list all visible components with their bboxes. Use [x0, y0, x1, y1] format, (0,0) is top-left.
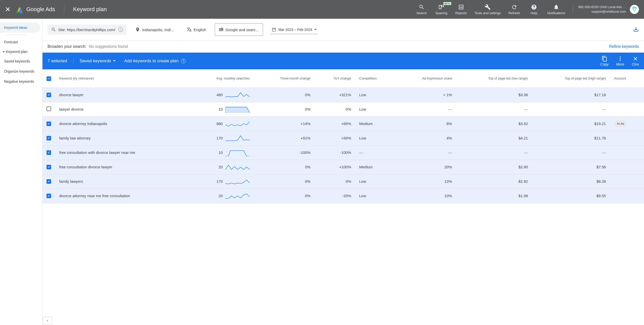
keyword-table-wrap[interactable]: Keyword (by relevance) Avg. monthly sear…	[42, 69, 644, 325]
row-checkbox[interactable]	[47, 150, 51, 155]
cell-competition: Low	[355, 174, 396, 189]
row-checkbox[interactable]	[47, 165, 51, 169]
table-row[interactable]: lawyer divorce 10 0% 0% Low — — —	[42, 102, 644, 116]
row-checkbox[interactable]	[47, 194, 51, 198]
close-icon[interactable]: ✕	[5, 6, 11, 13]
cell-keyword: lawyer divorce	[55, 102, 188, 116]
cell-competition: Low	[355, 102, 396, 116]
info-icon[interactable]: i	[118, 27, 123, 32]
col-keyword[interactable]: Keyword (by relevance)	[55, 69, 188, 88]
filter-date-range[interactable]: Mar 2023 – Feb 2024	[271, 25, 318, 34]
row-checkbox[interactable]	[47, 179, 51, 184]
cell-searches: 170	[188, 131, 254, 145]
header-right: 992-500-6293 Orbit Local Ads … support@o…	[573, 5, 639, 14]
cell-bid-low: —	[456, 102, 532, 116]
table-row[interactable]: divorce attorney near me free consultati…	[42, 189, 644, 203]
scroll-left-button[interactable]	[43, 317, 52, 324]
col-yoy[interactable]: YoY change	[314, 69, 355, 88]
header-nav: Search BETA Spacing Reports Tools and se…	[415, 4, 565, 15]
filter-networks[interactable]: Google and searc…	[215, 23, 263, 36]
nav-notifications[interactable]: Notifications	[547, 4, 565, 15]
close-selection-button[interactable]: Clos	[632, 56, 639, 66]
cell-searches: 10	[188, 102, 254, 116]
table-row[interactable]: divorce attorney indianapolis 880 +14% +…	[42, 116, 644, 131]
more-button[interactable]: More	[616, 56, 624, 66]
chevron-down-icon: ▼	[3, 50, 5, 53]
nav-search[interactable]: Search	[415, 4, 428, 15]
col-competition[interactable]: Competition	[355, 69, 396, 88]
row-checkbox[interactable]	[47, 107, 51, 111]
add-keywords-button[interactable]: Add keywords to create plan ?	[122, 58, 186, 64]
cell-impression: —	[396, 145, 456, 160]
table-row[interactable]: free consultation divorce lawyer 20 0% +…	[42, 160, 644, 174]
filter-language[interactable]: English	[183, 25, 210, 35]
nav-refresh[interactable]: Refresh	[508, 4, 521, 15]
sparkline-icon	[225, 149, 250, 156]
cell-bid-low: $3.36	[456, 88, 532, 102]
cell-competition: Medium	[355, 160, 396, 174]
cell-competition: Low	[355, 189, 396, 203]
cell-yoy: 0%	[314, 102, 355, 116]
action-label: More	[616, 62, 624, 66]
date-range-label: Mar 2023 – Feb 2024	[278, 28, 312, 32]
keyword-table: Keyword (by relevance) Avg. monthly sear…	[42, 69, 644, 203]
cell-searches: 480	[188, 88, 254, 102]
cell-impression: —	[396, 102, 456, 116]
nav-tools[interactable]: Tools and settings	[475, 4, 501, 15]
broaden-label: Broaden your search:	[48, 44, 86, 49]
copy-button[interactable]: Copy	[600, 56, 609, 66]
table-row[interactable]: family law attorney 170 +91% +50% Low 4%…	[42, 131, 644, 145]
table-row[interactable]: free consultation with divorce lawyer ne…	[42, 145, 644, 160]
col-bid-low[interactable]: Top of page bid (low range)	[456, 69, 532, 88]
sidebar-item-negative-keywords[interactable]: Negative keywords	[0, 76, 42, 87]
logo-text: Google Ads	[26, 6, 55, 13]
col-searches[interactable]: Avg. monthly searches	[188, 69, 254, 88]
sidebar-item-keyword-plan[interactable]: ▼ Keyword plan	[0, 47, 42, 56]
chevron-down-icon	[113, 60, 116, 63]
networks-icon	[219, 27, 224, 32]
nav-label: Tools and settings	[475, 11, 501, 15]
col-three-month[interactable]: Three month change	[254, 69, 315, 88]
cell-three-month: +14%	[254, 116, 315, 131]
filter-site[interactable]: Site: https://bernhardtphillips.com/ i	[48, 25, 126, 35]
table-row[interactable]: family lawyers 170 0% 0% Low 13% $2.82 $…	[42, 174, 644, 189]
select-all-checkbox[interactable]	[47, 76, 51, 81]
nav-spacing[interactable]: BETA Spacing	[435, 4, 448, 15]
saved-keywords-dropdown[interactable]: Saved keywords	[74, 58, 122, 64]
row-checkbox[interactable]	[47, 136, 51, 140]
col-bid-high[interactable]: Top of page bid (high range)	[532, 69, 610, 88]
nav-reports[interactable]: Reports	[455, 4, 467, 15]
logo-group[interactable]: Google Ads	[16, 5, 55, 13]
nav-label: Search	[416, 11, 427, 15]
cell-searches: 20	[188, 160, 254, 174]
nav-help[interactable]: Help	[528, 4, 540, 15]
filter-location[interactable]: Indianapolis, Indi…	[132, 25, 178, 35]
cell-competition: —	[355, 145, 396, 160]
cell-three-month: +91%	[254, 131, 315, 145]
help-icon[interactable]: ?	[181, 59, 186, 63]
avatar[interactable]	[630, 5, 639, 14]
sidebar-item-keyword-ideas[interactable]: Keyword ideas	[0, 23, 40, 33]
col-impression[interactable]: Ad impression share	[396, 69, 456, 88]
cell-yoy: 0%	[314, 174, 355, 189]
row-checkbox[interactable]	[47, 93, 51, 97]
table-header-row: Keyword (by relevance) Avg. monthly sear…	[42, 69, 644, 88]
table-row[interactable]: divorce lawyer 480 0% +321% Low < 1% $3.…	[42, 88, 644, 102]
header-left: ✕ Google Ads Keyword plan	[5, 5, 107, 13]
col-account[interactable]: Account	[610, 69, 644, 88]
divider	[64, 5, 64, 13]
action-label: Clos	[632, 62, 639, 66]
cell-bid-high: $7.56	[532, 160, 610, 174]
sidebar-item-forecast[interactable]: Forecast	[0, 37, 42, 47]
cell-three-month: 0%	[254, 189, 315, 203]
row-checkbox[interactable]	[47, 121, 51, 126]
sidebar-item-organize-keywords[interactable]: Organize keywords	[0, 66, 42, 76]
action-label: Copy	[600, 62, 609, 66]
sparkline-icon	[225, 178, 250, 185]
cell-bid-high: $11.76	[532, 131, 610, 145]
reports-icon	[458, 4, 464, 10]
account-info[interactable]: 992-500-6293 Orbit Local Ads … support@o…	[578, 5, 626, 14]
refine-keywords-link[interactable]: Refine keywords	[609, 44, 639, 49]
download-button[interactable]	[633, 26, 639, 33]
sidebar-item-saved-keywords[interactable]: Saved keywords	[0, 56, 42, 66]
